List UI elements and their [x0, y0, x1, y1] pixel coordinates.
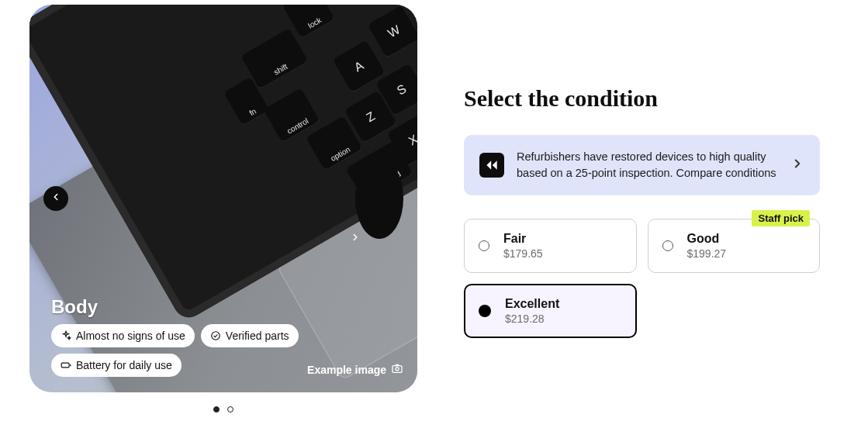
- svg-point-4: [396, 368, 399, 371]
- option-price: $219.28: [505, 312, 559, 325]
- condition-option-good[interactable]: Staff pick Good $199.27: [648, 219, 821, 273]
- product-image-carousel: lock W shift A S fn control Z option X c…: [29, 5, 417, 392]
- option-label: Fair: [503, 232, 543, 246]
- radio-indicator: [662, 240, 673, 251]
- banner-text: Refurbishers have restored devices to hi…: [517, 149, 778, 181]
- camera-icon: [391, 362, 403, 377]
- condition-options: Fair $179.65 Staff pick Good $199.27 Exc…: [464, 219, 820, 338]
- carousel-prev-button[interactable]: [43, 186, 68, 211]
- image-title: Body: [51, 296, 98, 318]
- condition-option-excellent[interactable]: Excellent $219.28: [464, 284, 637, 338]
- feature-chip: Verified parts: [201, 324, 299, 347]
- option-price: $199.27: [687, 247, 727, 260]
- option-label: Excellent: [505, 297, 559, 311]
- feature-chips: Almost no signs of use Verified parts Ba…: [51, 324, 307, 377]
- carousel-dot[interactable]: [213, 406, 220, 413]
- carousel-dots: [29, 406, 417, 413]
- condition-selector-panel: Select the condition Refurbishers have r…: [464, 5, 868, 413]
- example-image-label: Example image: [307, 362, 403, 377]
- check-circle-icon: [210, 330, 221, 341]
- carousel-dot[interactable]: [227, 406, 233, 413]
- option-price: $179.65: [503, 247, 543, 260]
- svg-rect-1: [61, 363, 69, 368]
- staff-pick-badge: Staff pick: [752, 210, 810, 226]
- option-label: Good: [687, 232, 727, 246]
- svg-rect-3: [393, 366, 402, 373]
- feature-chip: Almost no signs of use: [51, 324, 195, 347]
- radio-indicator: [479, 240, 489, 251]
- carousel-next-button[interactable]: [355, 158, 403, 239]
- compare-conditions-banner[interactable]: Refurbishers have restored devices to hi…: [464, 135, 820, 195]
- feature-chip: Battery for daily use: [51, 354, 182, 377]
- condition-heading: Select the condition: [464, 85, 820, 112]
- chip-label: Battery for daily use: [76, 359, 172, 371]
- radio-indicator: [479, 305, 491, 317]
- rewind-icon: [479, 153, 504, 178]
- condition-option-fair[interactable]: Fair $179.65: [464, 219, 637, 273]
- battery-icon: [61, 360, 71, 371]
- svg-point-0: [212, 332, 220, 340]
- chevron-right-icon: [350, 232, 361, 246]
- chip-label: Verified parts: [226, 330, 289, 342]
- sparkle-icon: [61, 330, 71, 341]
- chevron-right-icon: [790, 157, 804, 174]
- product-image-section: lock W shift A S fn control Z option X c…: [29, 5, 417, 413]
- chevron-left-icon: [50, 192, 61, 205]
- chip-label: Almost no signs of use: [76, 330, 185, 342]
